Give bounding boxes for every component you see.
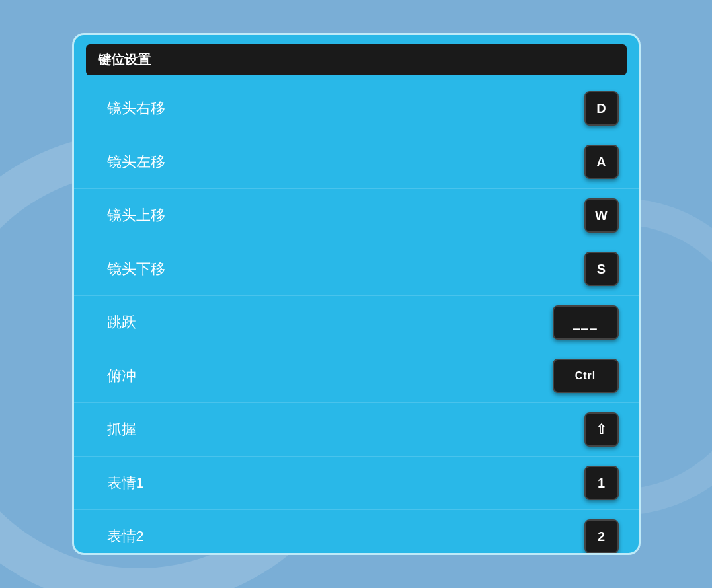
key-badge[interactable]: A <box>584 145 619 179</box>
table-row[interactable]: 跳跃___ <box>74 296 639 349</box>
keybind-label: 镜头上移 <box>107 205 165 225</box>
key-badge[interactable]: Ctrl <box>553 359 619 393</box>
key-badge[interactable]: 2 <box>584 519 619 553</box>
table-row[interactable]: 镜头上移W <box>74 189 639 242</box>
key-badge[interactable]: D <box>584 91 619 126</box>
keybind-label: 抓握 <box>107 420 136 439</box>
keybind-label: 镜头左移 <box>107 152 165 172</box>
keybind-label: 俯冲 <box>107 366 136 386</box>
keybind-label: 镜头下移 <box>107 259 165 279</box>
keybind-label: 表情1 <box>107 473 144 493</box>
panel-title: 键位设置 <box>98 52 151 67</box>
keybind-list[interactable]: 镜头右移D镜头左移A镜头上移W镜头下移S跳跃___俯冲Ctrl抓握⇧表情11表情… <box>74 75 639 553</box>
key-badge[interactable]: ⇧ <box>584 412 619 447</box>
key-badge[interactable]: ___ <box>553 305 619 340</box>
table-row[interactable]: 镜头下移S <box>74 242 639 296</box>
key-badge[interactable]: S <box>584 252 619 286</box>
keybind-label: 跳跃 <box>107 312 136 332</box>
key-badge[interactable]: 1 <box>584 466 619 500</box>
key-badge[interactable]: W <box>584 198 619 233</box>
table-row[interactable]: 俯冲Ctrl <box>74 349 639 403</box>
table-row[interactable]: 镜头右移D <box>74 82 639 135</box>
table-row[interactable]: 表情11 <box>74 457 639 510</box>
keybind-label: 镜头右移 <box>107 98 165 118</box>
panel-title-bar: 键位设置 <box>86 44 627 75</box>
table-row[interactable]: 镜头左移A <box>74 135 639 189</box>
table-row[interactable]: 表情22 <box>74 510 639 553</box>
keybind-panel: 键位设置 镜头右移D镜头左移A镜头上移W镜头下移S跳跃___俯冲Ctrl抓握⇧表… <box>72 33 641 555</box>
keybind-label: 表情2 <box>107 527 144 546</box>
table-row[interactable]: 抓握⇧ <box>74 403 639 457</box>
